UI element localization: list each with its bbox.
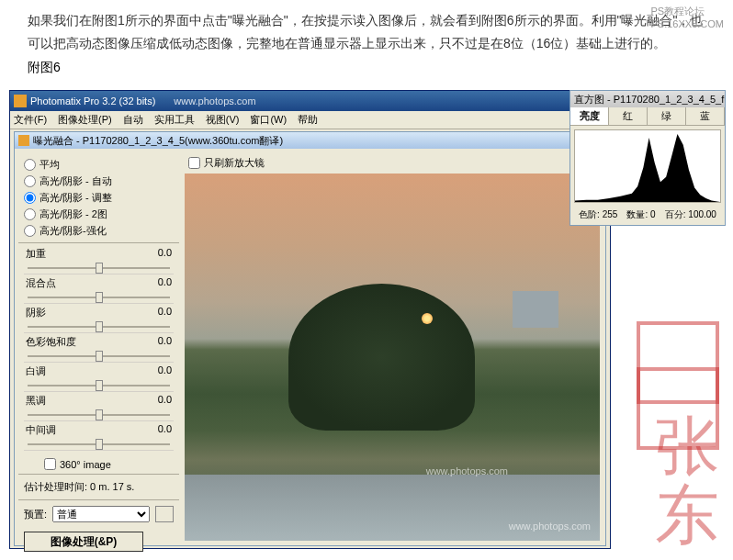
radio-auto[interactable]: 高光/阴影 - 自动 — [24, 173, 174, 189]
slider-label: 黑调 — [26, 394, 46, 408]
slider-thumb[interactable] — [96, 380, 103, 391]
preset-select[interactable]: 普通 — [52, 506, 150, 522]
title-url: www.photops.com — [174, 95, 255, 106]
preset-row: 预置: 普通 — [18, 499, 179, 528]
slider-track[interactable] — [24, 380, 174, 391]
process-button[interactable]: 图像处理(&P) — [24, 532, 143, 552]
image-watermark-2: www.photops.com — [509, 521, 591, 532]
figure-label: 附图6 — [0, 60, 733, 76]
slider-label: 加重 — [26, 247, 46, 261]
method-radios: 平均 高光/阴影 - 自动 高光/阴影 - 调整 高光/阴影 - 2图 高光/阴… — [18, 152, 179, 243]
menu-file[interactable]: 文件(F) — [14, 113, 47, 127]
slider-thumb[interactable] — [96, 263, 103, 274]
histogram-chart — [574, 129, 721, 203]
tab-luminance[interactable]: 亮度 — [570, 107, 609, 125]
checkbox-360[interactable]: 360° image — [18, 453, 179, 474]
info-level: 色阶: 255 — [579, 208, 617, 221]
radio-adjust[interactable]: 高光/阴影 - 调整 — [24, 189, 174, 206]
histogram-tabs: 亮度 红 绿 蓝 — [570, 107, 725, 126]
tab-green[interactable]: 绿 — [648, 107, 686, 125]
slider-value: 0.0 — [158, 364, 172, 378]
tab-blue[interactable]: 蓝 — [686, 107, 725, 125]
slider-value: 0.0 — [158, 423, 172, 437]
preview-sun — [422, 313, 433, 324]
photomatix-window: Photomatix Pro 3.2 (32 bits) www.photops… — [9, 90, 611, 549]
red-seal-overlay: 张 东 — [623, 312, 733, 551]
slider-row: 混合点0.0 — [24, 274, 174, 304]
menu-help[interactable]: 帮助 — [298, 113, 318, 127]
slider-track[interactable] — [24, 409, 174, 420]
tab-red[interactable]: 红 — [609, 107, 648, 125]
slider-row: 阴影0.0 — [24, 304, 174, 333]
histogram-window: 直方图 - P1170280_1_2_3_4_5_fused(www.36...… — [569, 90, 726, 226]
inner-icon — [18, 135, 29, 146]
page-watermark: PS教程论坛 PS.16XX8.COM — [651, 5, 724, 29]
titlebar[interactable]: Photomatix Pro 3.2 (32 bits) www.photops… — [10, 91, 610, 111]
slider-thumb[interactable] — [96, 439, 103, 450]
slider-thumb[interactable] — [96, 409, 103, 420]
magnifier-checkbox[interactable]: 只刷新放大镜 — [185, 154, 600, 172]
info-percent: 百分: 100.00 — [665, 208, 716, 221]
window-title: Photomatix Pro 3.2 (32 bits) — [30, 95, 155, 106]
histogram-info: 色阶: 255 数量: 0 百分: 100.00 — [570, 207, 725, 225]
slider-row: 中间调0.0 — [24, 421, 174, 451]
inner-title-text: 曝光融合 - P1170280_1_2_3_4_5(www.360tu.com翻… — [33, 134, 283, 148]
menu-process[interactable]: 图像处理(P) — [58, 113, 112, 127]
slider-track[interactable] — [24, 321, 174, 332]
menu-window[interactable]: 窗口(W) — [250, 113, 287, 127]
slider-thumb[interactable] — [96, 321, 103, 332]
preview-building — [513, 291, 558, 328]
menu-auto[interactable]: 自动 — [123, 113, 143, 127]
slider-thumb[interactable] — [96, 351, 103, 362]
info-count: 数量: 0 — [626, 208, 655, 221]
preset-label: 预置: — [24, 508, 47, 521]
slider-track[interactable] — [24, 351, 174, 362]
slider-track[interactable] — [24, 263, 174, 274]
radio-average[interactable]: 平均 — [24, 156, 174, 173]
image-watermark-1: www.photops.com — [426, 465, 508, 476]
slider-label: 阴影 — [26, 306, 46, 319]
sliders-group: 加重0.0混合点0.0阴影0.0色彩饱和度0.0白调0.0黑调0.0中间调0.0 — [18, 243, 179, 453]
menu-view[interactable]: 视图(V) — [206, 113, 240, 127]
estimated-time: 估计处理时间: 0 m. 17 s. — [18, 474, 179, 499]
preview-area: 只刷新放大镜 www.photops.com www.photops.com — [183, 152, 602, 542]
preset-save-button[interactable] — [155, 506, 174, 522]
menubar: 文件(F) 图像处理(P) 自动 实用工具 视图(V) 窗口(W) 帮助 — [10, 111, 610, 129]
slider-value: 0.0 — [158, 306, 172, 319]
menu-utils[interactable]: 实用工具 — [154, 113, 195, 127]
radio-intensive[interactable]: 高光/阴影-强化 — [24, 222, 174, 239]
slider-value: 0.0 — [158, 247, 172, 261]
slider-row: 黑调0.0 — [24, 392, 174, 421]
article-paragraph: 如果我们在附图1所示的界面中点击"曝光融合"，在按提示读入图像后，就会看到附图6… — [0, 0, 733, 60]
radio-2img[interactable]: 高光/阴影 - 2图 — [24, 206, 174, 222]
slider-thumb[interactable] — [96, 292, 103, 303]
controls-panel: 平均 高光/阴影 - 自动 高光/阴影 - 调整 高光/阴影 - 2图 高光/阴… — [18, 152, 179, 542]
fusion-panel: 曝光融合 - P1170280_1_2_3_4_5(www.360tu.com翻… — [14, 131, 606, 546]
slider-label: 色彩饱和度 — [26, 335, 76, 349]
slider-track[interactable] — [24, 292, 174, 303]
inner-titlebar[interactable]: 曝光融合 - P1170280_1_2_3_4_5(www.360tu.com翻… — [15, 132, 605, 149]
histogram-title[interactable]: 直方图 - P1170280_1_2_3_4_5_fused(www.36... — [570, 91, 725, 107]
slider-value: 0.0 — [158, 276, 172, 290]
slider-value: 0.0 — [158, 394, 172, 408]
preview-image: www.photops.com www.photops.com — [185, 174, 600, 541]
slider-label: 混合点 — [26, 276, 56, 290]
slider-label: 白调 — [26, 364, 46, 378]
slider-row: 白调0.0 — [24, 363, 174, 392]
slider-track[interactable] — [24, 439, 174, 450]
preview-hill — [288, 284, 475, 431]
slider-label: 中间调 — [26, 423, 56, 437]
slider-value: 0.0 — [158, 335, 172, 349]
slider-row: 加重0.0 — [24, 245, 174, 274]
app-icon — [14, 95, 27, 107]
slider-row: 色彩饱和度0.0 — [24, 333, 174, 363]
